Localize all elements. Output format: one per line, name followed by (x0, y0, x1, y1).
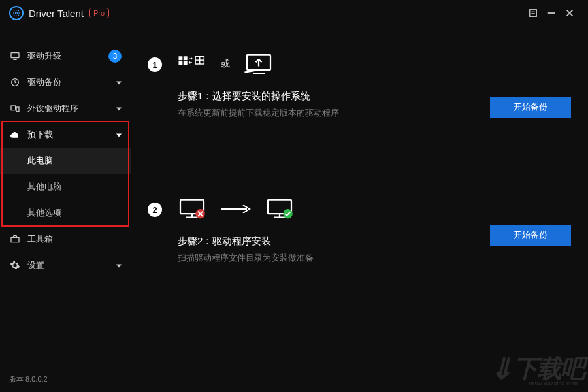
windows-swap-icon (178, 52, 206, 76)
chevron-down-icon (116, 130, 122, 140)
sidebar-item-settings[interactable]: 设置 (0, 252, 131, 278)
sidebar-subitem-other-pc[interactable]: 其他电脑 (0, 174, 131, 200)
sidebar-subitem-this-pc[interactable]: 此电脑 (0, 148, 131, 174)
svg-point-0 (16, 12, 18, 14)
svg-rect-18 (184, 56, 188, 60)
start-backup-button-2[interactable]: 开始备份 (490, 225, 571, 246)
sidebar-item-label: 驱动升级 (27, 50, 61, 62)
sidebar-item-predownload[interactable]: 预下载 (0, 122, 131, 148)
chevron-down-icon (116, 104, 122, 114)
monitor-error-icon (178, 197, 206, 221)
minimize-button[interactable] (542, 4, 561, 22)
svg-rect-1 (530, 10, 537, 17)
sidebar-item-label: 驱动备份 (27, 76, 61, 88)
monitor-upload-icon (244, 52, 273, 76)
step-number: 1 (148, 57, 162, 72)
titlebar: Driver Talent Pro (0, 0, 588, 26)
svg-rect-23 (200, 57, 203, 59)
sidebar-subitem-other-options[interactable]: 其他选项 (0, 200, 131, 226)
start-backup-button-1[interactable]: 开始备份 (490, 97, 571, 118)
sidebar-item-label: 设置 (27, 259, 44, 271)
sidebar-item-label: 工具箱 (27, 233, 53, 245)
svg-marker-10 (116, 81, 122, 84)
gear-icon (9, 259, 21, 271)
watermark: ⇓ 下载吧 www.xiazaiba.com (489, 352, 584, 385)
sidebar-item-toolbox[interactable]: 工具箱 (0, 226, 131, 252)
svg-rect-22 (196, 57, 199, 59)
svg-rect-25 (200, 61, 203, 63)
monitor-icon (9, 50, 21, 62)
pro-badge: Pro (89, 8, 109, 18)
clock-icon (9, 76, 21, 88)
svg-rect-15 (11, 237, 19, 242)
svg-marker-16 (116, 264, 122, 267)
or-text: 或 (221, 58, 230, 70)
menu-button[interactable] (524, 4, 542, 22)
step-number: 2 (148, 203, 162, 217)
svg-rect-7 (11, 53, 19, 58)
chevron-down-icon (116, 261, 122, 270)
sidebar-subitem-label: 其他电脑 (27, 181, 61, 193)
devices-icon (9, 103, 21, 114)
svg-marker-14 (116, 133, 122, 137)
sidebar-subitem-label: 其他选项 (27, 207, 61, 219)
version-label: 版本 8.0.0.2 (9, 374, 48, 384)
badge-count: 3 (108, 50, 122, 63)
toolbox-icon (9, 233, 21, 245)
svg-rect-24 (196, 61, 199, 63)
svg-rect-19 (178, 61, 182, 65)
sidebar: 驱动升级 3 驱动备份 外设驱动程序 预下载 此电脑 (0, 26, 131, 392)
chevron-down-icon (116, 78, 122, 88)
sidebar-item-driver-upgrade[interactable]: 驱动升级 3 (0, 43, 131, 69)
sidebar-item-label: 预下载 (27, 129, 53, 140)
download-glyph-icon: ⇓ (489, 352, 512, 385)
close-button[interactable] (561, 4, 579, 22)
main-content: 1 或 步骤1：选择要安装的操作系统 在系统更新前提前下载稳定版本的驱动程序 开… (131, 26, 588, 392)
svg-marker-13 (116, 107, 122, 110)
app-title: Driver Talent (29, 8, 84, 19)
sidebar-item-label: 外设驱动程序 (27, 103, 78, 114)
sidebar-subitem-label: 此电脑 (27, 155, 53, 167)
step-description: 扫描驱动程序文件目录为安装做准备 (178, 253, 571, 264)
monitor-success-icon (265, 197, 294, 221)
sidebar-item-peripheral-drivers[interactable]: 外设驱动程序 (0, 95, 131, 122)
cloud-download-icon (9, 129, 21, 140)
svg-rect-12 (16, 107, 19, 112)
svg-rect-17 (178, 56, 182, 60)
sidebar-item-driver-backup[interactable]: 驱动备份 (0, 69, 131, 95)
arrow-right-icon (221, 205, 251, 213)
svg-rect-20 (184, 61, 188, 65)
app-logo-icon (9, 6, 24, 20)
svg-rect-11 (11, 106, 16, 110)
watermark-url: www.xiazaiba.com (529, 380, 578, 387)
